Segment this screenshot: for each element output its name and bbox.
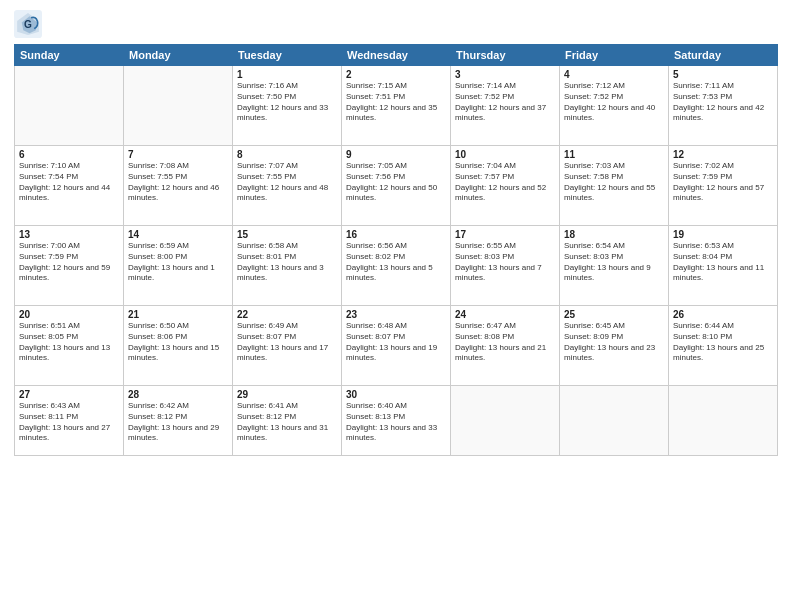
day-number: 21 (128, 309, 228, 320)
day-info: Sunrise: 6:40 AMSunset: 8:13 PMDaylight:… (346, 401, 446, 444)
day-info: Sunrise: 7:11 AMSunset: 7:53 PMDaylight:… (673, 81, 773, 124)
calendar-cell (15, 66, 124, 146)
day-number: 3 (455, 69, 555, 80)
day-number: 30 (346, 389, 446, 400)
calendar-cell: 8Sunrise: 7:07 AMSunset: 7:55 PMDaylight… (233, 146, 342, 226)
day-info: Sunrise: 7:15 AMSunset: 7:51 PMDaylight:… (346, 81, 446, 124)
day-info: Sunrise: 6:51 AMSunset: 8:05 PMDaylight:… (19, 321, 119, 364)
calendar-cell: 4Sunrise: 7:12 AMSunset: 7:52 PMDaylight… (560, 66, 669, 146)
day-number: 16 (346, 229, 446, 240)
day-info: Sunrise: 6:55 AMSunset: 8:03 PMDaylight:… (455, 241, 555, 284)
calendar-cell: 27Sunrise: 6:43 AMSunset: 8:11 PMDayligh… (15, 386, 124, 456)
calendar-week-row: 20Sunrise: 6:51 AMSunset: 8:05 PMDayligh… (15, 306, 778, 386)
calendar-cell: 6Sunrise: 7:10 AMSunset: 7:54 PMDaylight… (15, 146, 124, 226)
day-number: 22 (237, 309, 337, 320)
calendar-cell: 13Sunrise: 7:00 AMSunset: 7:59 PMDayligh… (15, 226, 124, 306)
day-info: Sunrise: 6:49 AMSunset: 8:07 PMDaylight:… (237, 321, 337, 364)
calendar: SundayMondayTuesdayWednesdayThursdayFrid… (14, 44, 778, 456)
calendar-cell: 7Sunrise: 7:08 AMSunset: 7:55 PMDaylight… (124, 146, 233, 226)
svg-text:G: G (24, 19, 32, 30)
day-info: Sunrise: 6:43 AMSunset: 8:11 PMDaylight:… (19, 401, 119, 444)
day-number: 23 (346, 309, 446, 320)
calendar-cell: 25Sunrise: 6:45 AMSunset: 8:09 PMDayligh… (560, 306, 669, 386)
day-info: Sunrise: 7:07 AMSunset: 7:55 PMDaylight:… (237, 161, 337, 204)
calendar-cell: 29Sunrise: 6:41 AMSunset: 8:12 PMDayligh… (233, 386, 342, 456)
calendar-cell: 17Sunrise: 6:55 AMSunset: 8:03 PMDayligh… (451, 226, 560, 306)
day-number: 24 (455, 309, 555, 320)
weekday-header: Friday (560, 45, 669, 66)
day-info: Sunrise: 7:16 AMSunset: 7:50 PMDaylight:… (237, 81, 337, 124)
calendar-week-row: 6Sunrise: 7:10 AMSunset: 7:54 PMDaylight… (15, 146, 778, 226)
calendar-cell: 12Sunrise: 7:02 AMSunset: 7:59 PMDayligh… (669, 146, 778, 226)
day-number: 2 (346, 69, 446, 80)
calendar-cell: 2Sunrise: 7:15 AMSunset: 7:51 PMDaylight… (342, 66, 451, 146)
day-info: Sunrise: 6:42 AMSunset: 8:12 PMDaylight:… (128, 401, 228, 444)
day-number: 15 (237, 229, 337, 240)
weekday-header: Monday (124, 45, 233, 66)
day-number: 1 (237, 69, 337, 80)
day-info: Sunrise: 6:58 AMSunset: 8:01 PMDaylight:… (237, 241, 337, 284)
day-number: 7 (128, 149, 228, 160)
day-info: Sunrise: 7:03 AMSunset: 7:58 PMDaylight:… (564, 161, 664, 204)
day-number: 11 (564, 149, 664, 160)
day-number: 17 (455, 229, 555, 240)
weekday-header: Wednesday (342, 45, 451, 66)
day-number: 10 (455, 149, 555, 160)
day-number: 5 (673, 69, 773, 80)
page: G SundayMondayTuesdayWednesdayThursdayFr… (0, 0, 792, 612)
calendar-cell: 30Sunrise: 6:40 AMSunset: 8:13 PMDayligh… (342, 386, 451, 456)
day-number: 14 (128, 229, 228, 240)
calendar-cell: 22Sunrise: 6:49 AMSunset: 8:07 PMDayligh… (233, 306, 342, 386)
day-info: Sunrise: 6:48 AMSunset: 8:07 PMDaylight:… (346, 321, 446, 364)
weekday-header: Saturday (669, 45, 778, 66)
calendar-cell (124, 66, 233, 146)
day-info: Sunrise: 6:47 AMSunset: 8:08 PMDaylight:… (455, 321, 555, 364)
calendar-cell: 28Sunrise: 6:42 AMSunset: 8:12 PMDayligh… (124, 386, 233, 456)
calendar-header-row: SundayMondayTuesdayWednesdayThursdayFrid… (15, 45, 778, 66)
calendar-cell: 20Sunrise: 6:51 AMSunset: 8:05 PMDayligh… (15, 306, 124, 386)
calendar-cell: 23Sunrise: 6:48 AMSunset: 8:07 PMDayligh… (342, 306, 451, 386)
calendar-cell (560, 386, 669, 456)
day-number: 4 (564, 69, 664, 80)
day-info: Sunrise: 7:00 AMSunset: 7:59 PMDaylight:… (19, 241, 119, 284)
calendar-cell: 14Sunrise: 6:59 AMSunset: 8:00 PMDayligh… (124, 226, 233, 306)
day-info: Sunrise: 6:59 AMSunset: 8:00 PMDaylight:… (128, 241, 228, 284)
day-number: 27 (19, 389, 119, 400)
day-info: Sunrise: 7:02 AMSunset: 7:59 PMDaylight:… (673, 161, 773, 204)
calendar-cell: 5Sunrise: 7:11 AMSunset: 7:53 PMDaylight… (669, 66, 778, 146)
day-number: 19 (673, 229, 773, 240)
day-info: Sunrise: 6:45 AMSunset: 8:09 PMDaylight:… (564, 321, 664, 364)
day-number: 26 (673, 309, 773, 320)
weekday-header: Thursday (451, 45, 560, 66)
day-info: Sunrise: 7:14 AMSunset: 7:52 PMDaylight:… (455, 81, 555, 124)
day-number: 18 (564, 229, 664, 240)
calendar-cell: 11Sunrise: 7:03 AMSunset: 7:58 PMDayligh… (560, 146, 669, 226)
header: G (14, 10, 778, 38)
day-info: Sunrise: 6:50 AMSunset: 8:06 PMDaylight:… (128, 321, 228, 364)
calendar-cell: 10Sunrise: 7:04 AMSunset: 7:57 PMDayligh… (451, 146, 560, 226)
calendar-cell: 1Sunrise: 7:16 AMSunset: 7:50 PMDaylight… (233, 66, 342, 146)
calendar-cell: 21Sunrise: 6:50 AMSunset: 8:06 PMDayligh… (124, 306, 233, 386)
day-number: 29 (237, 389, 337, 400)
day-info: Sunrise: 6:44 AMSunset: 8:10 PMDaylight:… (673, 321, 773, 364)
calendar-cell: 15Sunrise: 6:58 AMSunset: 8:01 PMDayligh… (233, 226, 342, 306)
weekday-header: Tuesday (233, 45, 342, 66)
day-info: Sunrise: 7:04 AMSunset: 7:57 PMDaylight:… (455, 161, 555, 204)
calendar-cell: 24Sunrise: 6:47 AMSunset: 8:08 PMDayligh… (451, 306, 560, 386)
day-info: Sunrise: 7:08 AMSunset: 7:55 PMDaylight:… (128, 161, 228, 204)
calendar-cell: 19Sunrise: 6:53 AMSunset: 8:04 PMDayligh… (669, 226, 778, 306)
day-info: Sunrise: 6:56 AMSunset: 8:02 PMDaylight:… (346, 241, 446, 284)
day-number: 20 (19, 309, 119, 320)
day-info: Sunrise: 6:54 AMSunset: 8:03 PMDaylight:… (564, 241, 664, 284)
calendar-week-row: 27Sunrise: 6:43 AMSunset: 8:11 PMDayligh… (15, 386, 778, 456)
day-number: 12 (673, 149, 773, 160)
calendar-week-row: 13Sunrise: 7:00 AMSunset: 7:59 PMDayligh… (15, 226, 778, 306)
calendar-cell (669, 386, 778, 456)
logo: G (14, 10, 44, 38)
calendar-cell: 3Sunrise: 7:14 AMSunset: 7:52 PMDaylight… (451, 66, 560, 146)
day-number: 28 (128, 389, 228, 400)
calendar-cell: 9Sunrise: 7:05 AMSunset: 7:56 PMDaylight… (342, 146, 451, 226)
calendar-cell: 18Sunrise: 6:54 AMSunset: 8:03 PMDayligh… (560, 226, 669, 306)
calendar-cell: 16Sunrise: 6:56 AMSunset: 8:02 PMDayligh… (342, 226, 451, 306)
day-number: 9 (346, 149, 446, 160)
